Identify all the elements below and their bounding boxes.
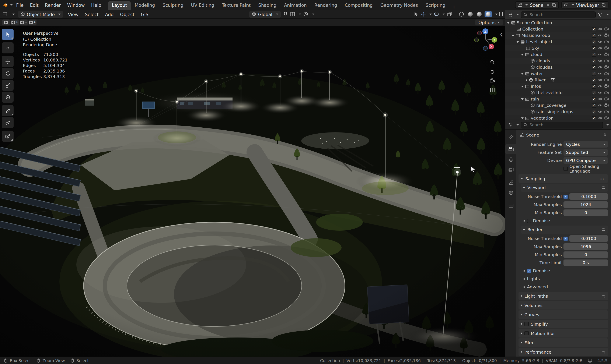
device-dropdown[interactable]: GPU Compute xyxy=(563,157,608,164)
eye-icon[interactable] xyxy=(598,59,602,63)
eye-icon[interactable] xyxy=(598,84,602,89)
menu-help[interactable]: Help xyxy=(88,1,104,8)
workspace-tab-shading[interactable]: Shading xyxy=(254,1,280,10)
properties-editor-icon[interactable] xyxy=(507,122,513,128)
render-visibility-icon[interactable] xyxy=(604,33,609,38)
menu-edit[interactable]: Edit xyxy=(27,1,41,8)
render-visibility-icon[interactable] xyxy=(604,52,609,57)
preset-icon[interactable] xyxy=(601,294,606,298)
outliner-row-cloud[interactable]: cloud ✓ xyxy=(505,51,611,58)
sampling-panel-header[interactable]: Sampling :::: xyxy=(518,174,608,183)
exclude-checkbox[interactable]: ✓ xyxy=(592,46,596,50)
motion-blur-checkbox[interactable] xyxy=(524,331,529,335)
menu-select[interactable]: Select xyxy=(83,11,100,17)
noise-threshold-checkbox[interactable]: ✓ xyxy=(563,195,568,199)
osl-checkbox[interactable] xyxy=(563,166,568,171)
render-denoise-checkbox[interactable]: ✓ xyxy=(527,269,531,273)
render-visibility-icon[interactable] xyxy=(604,84,609,89)
workspace-tab-rendering[interactable]: Rendering xyxy=(311,1,341,10)
editor-type-arrow-icon[interactable] xyxy=(12,13,15,15)
outliner-row-clouds1[interactable]: clouds1 ✓ xyxy=(505,64,611,70)
render-visibility-icon[interactable] xyxy=(604,59,609,63)
menu-window[interactable]: Window xyxy=(64,1,88,8)
eye-icon[interactable] xyxy=(598,116,602,119)
snap-target-icon[interactable] xyxy=(290,12,295,17)
viewport-max-samples-field[interactable]: 1024 xyxy=(563,201,608,208)
tab-scene[interactable] xyxy=(505,177,516,187)
eye-icon[interactable] xyxy=(598,65,602,69)
viewlayer-selector[interactable]: ViewLayer xyxy=(561,1,609,9)
eye-icon[interactable] xyxy=(598,78,602,82)
outliner-row-water[interactable]: water ✓ xyxy=(505,70,611,77)
select-box-tool[interactable] xyxy=(2,29,13,40)
render-engine-dropdown[interactable]: Cycles xyxy=(563,141,608,148)
outliner-row-river[interactable]: River ✓ xyxy=(505,77,611,83)
preset-icon[interactable] xyxy=(601,185,606,190)
pin-icon[interactable] xyxy=(602,132,607,137)
viewport-denoise-checkbox[interactable] xyxy=(527,219,531,223)
viewport-canvas[interactable] xyxy=(0,10,505,357)
menu-gis[interactable]: GIS xyxy=(139,11,150,17)
pan-hand-icon[interactable] xyxy=(490,69,495,74)
outliner-search-input[interactable] xyxy=(530,12,593,17)
workspace-tab-layout[interactable]: Layout xyxy=(108,1,131,10)
ortho-grid-icon[interactable] xyxy=(490,87,495,93)
render-visibility-icon[interactable] xyxy=(604,109,609,114)
measure-tool[interactable] xyxy=(2,117,13,128)
properties-filter-arrow-icon[interactable] xyxy=(606,124,609,126)
scene-selector[interactable]: Scene xyxy=(515,1,559,9)
exclude-checkbox[interactable]: ✓ xyxy=(592,84,596,88)
viewport-3d[interactable]: Object Mode View Select Add Object GIS G… xyxy=(0,10,505,357)
outliner-row-infos[interactable]: infos ✓ xyxy=(505,83,611,90)
exclude-checkbox[interactable]: ✓ xyxy=(592,65,596,69)
shading-wireframe-button[interactable] xyxy=(458,11,465,17)
exclude-checkbox[interactable]: ✓ xyxy=(592,78,596,82)
exclude-checkbox[interactable]: ✓ xyxy=(592,110,596,114)
exclude-checkbox[interactable]: ✓ xyxy=(592,116,596,119)
menu-view[interactable]: View xyxy=(66,11,80,17)
exclude-checkbox[interactable]: ✓ xyxy=(592,91,596,95)
exclude-checkbox[interactable]: ✓ xyxy=(592,103,596,107)
outliner-row-level-object[interactable]: Level_object ✓ xyxy=(505,39,611,45)
menu-add[interactable]: Add xyxy=(103,11,115,17)
render-visibility-icon[interactable] xyxy=(604,39,609,44)
exclude-checkbox[interactable]: ✓ xyxy=(592,52,596,57)
camera-view-icon[interactable] xyxy=(490,78,495,84)
properties-search[interactable] xyxy=(521,121,603,128)
render-visibility-icon[interactable] xyxy=(604,90,609,95)
outliner-row-rain[interactable]: rain ✓ xyxy=(505,96,611,102)
menu-object[interactable]: Object xyxy=(118,11,136,17)
render-visibility-icon[interactable] xyxy=(604,78,609,82)
eye-icon[interactable] xyxy=(598,33,602,38)
outliner-row-sky[interactable]: Sky ✓ xyxy=(505,45,611,51)
film-panel-header[interactable]: Film xyxy=(518,338,608,347)
render-min-samples-field[interactable]: 0 xyxy=(563,251,608,258)
exclude-checkbox[interactable]: ✓ xyxy=(592,33,596,38)
tab-tool[interactable] xyxy=(505,131,516,142)
select-mode-extend-button[interactable]: + xyxy=(11,19,19,25)
tab-view-layer[interactable] xyxy=(505,165,516,175)
pause-render-icon[interactable] xyxy=(499,12,503,16)
tab-render[interactable] xyxy=(505,144,516,154)
exclude-checkbox[interactable]: ✓ xyxy=(592,40,596,44)
exclude-checkbox[interactable]: ✓ xyxy=(592,97,596,101)
proportional-editing-icon[interactable] xyxy=(303,12,308,17)
menu-file[interactable]: File xyxy=(13,1,27,8)
outliner-row-thelevelinfo[interactable]: theLevelInfo ✓ xyxy=(505,90,611,96)
exclude-checkbox[interactable]: ✓ xyxy=(592,27,596,31)
add-cube-tool[interactable] xyxy=(2,130,13,142)
render-noise-threshold-field[interactable]: 0.0100 xyxy=(570,235,608,242)
outliner-editor-arrow-icon[interactable] xyxy=(516,14,519,15)
overlays-icon[interactable] xyxy=(434,12,439,17)
shading-solid-button[interactable] xyxy=(467,11,474,17)
workspace-tab-animation[interactable]: Animation xyxy=(280,1,311,10)
advanced-row[interactable]: Advanced xyxy=(518,283,608,291)
render-visibility-icon[interactable] xyxy=(604,116,609,119)
eye-icon[interactable] xyxy=(598,46,602,51)
eye-icon[interactable] xyxy=(598,39,602,44)
blender-logo-icon[interactable] xyxy=(2,2,8,8)
exclude-checkbox[interactable]: ✓ xyxy=(592,59,596,63)
eye-icon[interactable] xyxy=(598,103,602,108)
properties-search-input[interactable] xyxy=(530,123,600,127)
curves-panel-header[interactable]: Curves xyxy=(518,310,608,319)
